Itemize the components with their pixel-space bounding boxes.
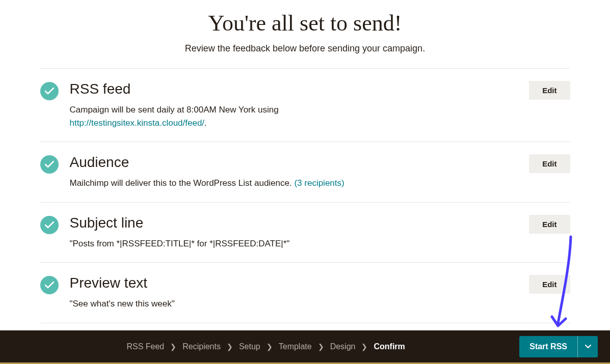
bottom-bar: RSS Feed ❯ Recipients ❯ Setup ❯ Template…: [0, 330, 610, 364]
section-description: Campaign will be sent daily at 8:00AM Ne…: [70, 103, 509, 129]
section-subject-line: Subject line "Posts from *|RSSFEED:TITLE…: [40, 203, 570, 263]
section-title: RSS feed: [70, 81, 509, 97]
start-rss-dropdown[interactable]: [577, 336, 598, 357]
recipients-link[interactable]: (3 recipients): [294, 178, 344, 188]
edit-button[interactable]: Edit: [529, 215, 570, 234]
section-description: "Posts from *|RSSFEED:TITLE|* for *|RSSF…: [70, 237, 509, 250]
check-icon: [40, 276, 59, 294]
breadcrumb: RSS Feed ❯ Recipients ❯ Setup ❯ Template…: [12, 342, 519, 351]
breadcrumb-template[interactable]: Template: [279, 342, 312, 351]
section-description: Mailchimp will deliver this to the WordP…: [70, 177, 509, 190]
breadcrumb-rss-feed[interactable]: RSS Feed: [126, 342, 164, 351]
section-rss-feed: RSS feed Campaign will be sent daily at …: [40, 69, 570, 142]
breadcrumb-confirm[interactable]: Confirm: [374, 342, 405, 351]
check-icon: [40, 155, 59, 174]
start-rss-group: Start RSS: [519, 336, 598, 357]
chevron-right-icon: ❯: [227, 343, 233, 351]
section-title: Audience: [70, 154, 509, 171]
breadcrumb-design[interactable]: Design: [330, 342, 356, 351]
section-title: Preview text: [70, 275, 509, 291]
edit-button[interactable]: Edit: [529, 81, 570, 100]
check-icon: [40, 82, 59, 100]
chevron-right-icon: ❯: [318, 343, 324, 351]
page-subtitle: Review the feedback below before sending…: [0, 43, 610, 54]
confirmation-sections: RSS feed Campaign will be sent daily at …: [40, 68, 570, 323]
breadcrumb-recipients[interactable]: Recipients: [182, 342, 221, 351]
edit-button[interactable]: Edit: [529, 154, 570, 173]
chevron-right-icon: ❯: [361, 343, 367, 351]
check-icon: [40, 216, 59, 234]
chevron-right-icon: ❯: [267, 343, 273, 351]
section-title: Subject line: [70, 215, 509, 231]
page-title: You're all set to send!: [0, 10, 610, 36]
page-header: You're all set to send! Review the feedb…: [0, 0, 610, 68]
section-audience: Audience Mailchimp will deliver this to …: [40, 142, 570, 203]
section-preview-text: Preview text "See what's new this week" …: [40, 263, 570, 323]
chevron-right-icon: ❯: [170, 343, 176, 351]
chevron-down-icon: [585, 345, 591, 349]
breadcrumb-setup[interactable]: Setup: [239, 342, 260, 351]
section-description: "See what's new this week": [70, 297, 509, 311]
rss-feed-link[interactable]: http://testingsitex.kinsta.cloud/feed/: [70, 118, 205, 128]
start-rss-button[interactable]: Start RSS: [519, 336, 577, 357]
edit-button[interactable]: Edit: [529, 275, 570, 294]
